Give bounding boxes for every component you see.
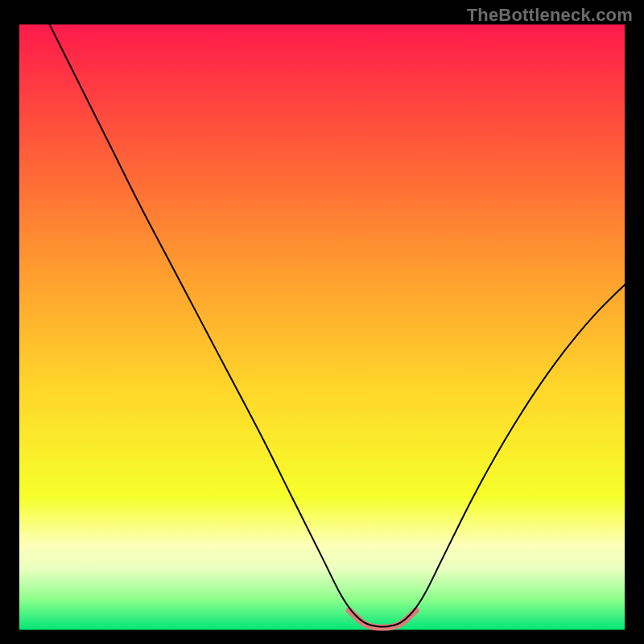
plot-background (19, 24, 625, 630)
chart-container: TheBottleneck.com (0, 0, 644, 644)
bottleneck-chart (0, 0, 644, 644)
